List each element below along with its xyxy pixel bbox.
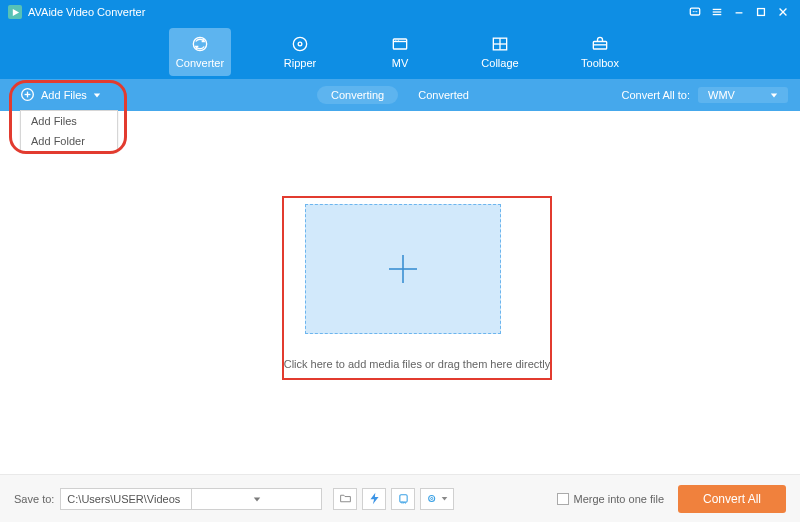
close-button[interactable] [774,3,792,21]
svg-point-36 [431,497,433,499]
chip-icon: ON [397,492,410,505]
converted-tab[interactable]: Converted [404,86,483,104]
converting-label: Converting [331,89,384,101]
tab-label: MV [392,57,409,69]
tab-label: Collage [481,57,518,69]
svg-point-17 [395,40,396,41]
tab-collage[interactable]: Collage [469,28,531,76]
svg-marker-0 [12,8,18,15]
merge-checkbox-row: Merge into one file [557,493,665,505]
svg-point-4 [696,11,697,12]
plus-icon [383,249,423,289]
svg-point-3 [694,11,695,12]
chevron-down-icon [93,89,101,101]
conversion-state-tabs: Converting Converted [317,86,483,104]
settings-button[interactable] [420,488,454,510]
svg-rect-15 [393,39,406,49]
svg-marker-28 [771,93,777,97]
app-logo-icon [8,5,22,19]
tab-label: Converter [176,57,224,69]
output-format-value: WMV [708,89,735,101]
tab-ripper[interactable]: Ripper [269,28,331,76]
mv-icon [390,34,410,54]
maximize-button[interactable] [752,3,770,21]
feedback-icon[interactable] [686,3,704,21]
tab-toolbox[interactable]: Toolbox [569,28,631,76]
plus-circle-icon [20,87,35,104]
svg-marker-32 [370,493,378,504]
open-folder-button[interactable] [333,488,357,510]
convert-all-to-label: Convert All to: [622,89,690,101]
tab-label: Toolbox [581,57,619,69]
gear-icon [426,492,439,505]
ripper-icon [290,34,310,54]
titlebar: AVAide Video Converter [0,0,800,24]
convert-all-label: Convert All [703,492,761,506]
collage-icon [490,34,510,54]
svg-text:ON: ON [401,501,407,505]
svg-marker-31 [253,497,259,501]
folder-icon [339,492,352,505]
output-format-select[interactable]: WMV [698,87,788,103]
save-path-value: C:\Users\USER\Videos [61,493,191,505]
svg-marker-37 [442,497,448,501]
bottom-bar: Save to: C:\Users\USER\Videos ON Merge i… [0,474,800,522]
dropdown-item-add-folder[interactable]: Add Folder [21,131,117,151]
add-files-button[interactable]: Add Files [12,84,109,107]
merge-label: Merge into one file [574,493,665,505]
converting-tab[interactable]: Converting [317,86,398,104]
dropzone-hint: Click here to add media files or drag th… [282,358,552,370]
save-to-label: Save to: [14,493,54,505]
svg-point-35 [429,495,435,501]
main-tabs: Converter Ripper MV Collage Toolbox [0,24,800,79]
chevron-down-icon [441,495,448,502]
dropdown-item-add-files[interactable]: Add Files [21,111,117,131]
svg-point-13 [293,37,306,50]
svg-point-14 [298,42,302,46]
minimize-button[interactable] [730,3,748,21]
svg-marker-27 [94,93,100,97]
lightning-icon [368,492,381,505]
chevron-down-icon[interactable] [191,489,322,509]
converted-label: Converted [418,89,469,101]
svg-rect-9 [758,9,765,16]
sub-toolbar: Add Files Converting Converted Convert A… [0,79,800,111]
chevron-down-icon [770,89,778,101]
tab-mv[interactable]: MV [369,28,431,76]
save-path-combo[interactable]: C:\Users\USER\Videos [60,488,322,510]
tab-label: Ripper [284,57,316,69]
convert-all-button[interactable]: Convert All [678,485,786,513]
toolbox-icon [590,34,610,54]
add-media-dropzone[interactable] [305,204,501,334]
converter-icon [190,34,210,54]
svg-point-2 [693,11,694,12]
gpu-accel-button[interactable]: ON [391,488,415,510]
tab-converter[interactable]: Converter [169,28,231,76]
add-files-dropdown: Add Files Add Folder [20,110,118,152]
high-speed-button[interactable] [362,488,386,510]
svg-point-18 [398,40,399,41]
app-title: AVAide Video Converter [28,6,145,18]
add-files-label: Add Files [41,89,87,101]
menu-icon[interactable] [708,3,726,21]
merge-checkbox[interactable] [557,493,569,505]
